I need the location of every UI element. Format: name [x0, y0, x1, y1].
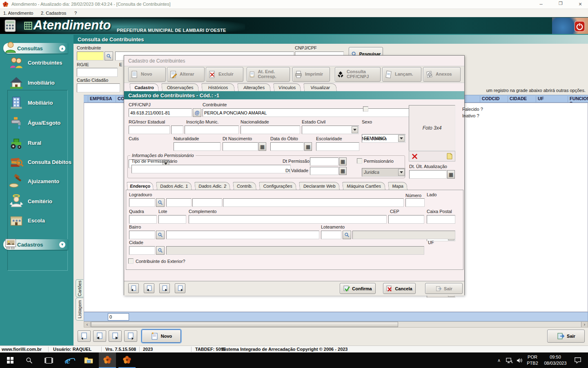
numero-input[interactable] — [405, 198, 425, 207]
fiorilli-app-active-icon[interactable] — [99, 352, 116, 368]
rg-digit-input[interactable] — [171, 126, 183, 134]
dt-nascimento-calendar-icon[interactable]: ▦ — [258, 142, 266, 151]
cidade-name-input[interactable] — [166, 246, 424, 255]
inner-tab-configuracoes[interactable]: Configurações — [259, 182, 296, 190]
scroll-thumb[interactable] — [91, 322, 398, 327]
dlg-nav-prev-button[interactable] — [144, 283, 154, 293]
nav-last-button[interactable] — [124, 330, 137, 342]
horizontal-scrollbar[interactable]: ‹ › — [84, 321, 588, 328]
dt-validade-input[interactable] — [310, 167, 339, 175]
loteamento-search-icon[interactable] — [343, 231, 351, 239]
side-tab-listagem[interactable]: Listagem — [76, 298, 83, 321]
close-button[interactable]: × — [574, 1, 586, 8]
sidebar-section-consultas[interactable]: Consultas ▲ — [3, 43, 68, 54]
cpf-lookup-button[interactable]: @ — [193, 108, 201, 117]
cartao-cidadao-input[interactable] — [77, 83, 120, 92]
lote-input[interactable] — [158, 215, 186, 224]
minimize-button[interactable]: – — [535, 1, 547, 8]
sidebar-item-consulta-debitos[interactable]: Consulta Débitos — [9, 155, 71, 169]
sidebar-item-agua-esgoto[interactable]: Água/Esgoto — [9, 115, 60, 130]
inner-tab-mapa[interactable]: Mapa — [388, 182, 408, 190]
escolaridade-input[interactable] — [316, 142, 359, 151]
grid-col-empresa[interactable]: EMPRESA — [88, 96, 112, 102]
cep-input[interactable] — [388, 215, 424, 224]
logradouro-type-input[interactable] — [166, 198, 192, 207]
contribuinte-search-icon[interactable] — [105, 52, 113, 61]
taskbar-search-icon[interactable] — [20, 352, 38, 368]
data-obito-calendar-icon[interactable]: ▦ — [304, 142, 312, 151]
side-tab-cartoes[interactable]: Cartões — [76, 279, 83, 297]
loteamento-code-input[interactable] — [321, 231, 341, 239]
restore-button[interactable]: ❐ — [555, 1, 567, 8]
grid-col-funcional[interactable]: FUNCIONAI S — [568, 96, 588, 102]
fiorilli-app2-icon[interactable] — [118, 352, 136, 368]
internet-explorer-icon[interactable]: e — [60, 352, 77, 368]
main-sair-button[interactable]: Sair — [547, 330, 585, 343]
grid-col-uf[interactable]: UF — [536, 96, 544, 102]
quadra-input[interactable] — [129, 215, 157, 224]
tray-chevron-up-icon[interactable]: ∧ — [493, 352, 505, 368]
menu-atendimento[interactable]: 1. Atendimento — [3, 11, 33, 16]
falecido-checkbox[interactable] — [363, 106, 368, 112]
toolbar-consulta-cpf-button[interactable]: Consulta CPF/CNPJ — [335, 67, 381, 82]
tab-cadastro[interactable]: Cadastro — [129, 83, 159, 91]
power-button-icon[interactable] — [574, 21, 585, 32]
remove-photo-icon[interactable] — [412, 153, 418, 159]
inner-tab-dados-adic2[interactable]: Dados Adic. 2 — [194, 182, 230, 190]
notification-icon[interactable] — [571, 352, 585, 368]
naturalidade-input[interactable] — [174, 142, 220, 151]
toolbar-alterar-button[interactable]: Alterar — [167, 67, 205, 82]
scroll-left-arrow[interactable]: ‹ — [84, 322, 91, 327]
sidebar-item-imobiliario[interactable]: Imobiliário — [9, 75, 55, 90]
nav-prev-button[interactable] — [93, 330, 106, 342]
confirma-button[interactable]: Confirma — [340, 283, 376, 294]
dt-nascimento-input[interactable] — [223, 142, 258, 151]
novo-button[interactable]: Novo — [142, 330, 181, 343]
clock[interactable]: 09:50 08/03/2023 — [541, 354, 569, 366]
grid-col-cidade[interactable]: CIDADE — [508, 96, 527, 102]
loteamento-name-input[interactable] — [352, 231, 455, 239]
scroll-right-arrow[interactable]: › — [581, 322, 588, 327]
dialog-sair-button[interactable]: Sair — [425, 283, 463, 294]
cidade-search-icon[interactable] — [156, 246, 165, 255]
inner-tab-maquina-cartoes[interactable]: Máquina Cartões — [342, 182, 385, 190]
complemento-input[interactable] — [189, 215, 387, 224]
sidebar-item-mobiliario[interactable]: Mobiliário — [9, 95, 53, 110]
toolbar-novo-button[interactable]: Novo — [128, 67, 166, 82]
sidebar-item-rural[interactable]: Rural — [9, 135, 41, 150]
permissionario-checkbox[interactable] — [357, 158, 362, 164]
cancela-button[interactable]: Cancela — [383, 283, 416, 294]
tab-observacoes[interactable]: Observações — [161, 83, 199, 91]
language-indicator[interactable]: POR PTB2 — [525, 354, 540, 366]
tab-visualizar[interactable]: Visualizar — [303, 83, 337, 91]
logradouro-search-icon[interactable] — [156, 198, 165, 207]
inner-tab-dados-adic1[interactable]: Dados Adic. 1 — [156, 182, 192, 190]
estado-civil-select[interactable] — [302, 126, 359, 134]
data-obito-input[interactable] — [270, 142, 304, 151]
bairro-name-input[interactable] — [166, 231, 319, 239]
menu-cadastros[interactable]: 2. Cadastros — [41, 11, 66, 16]
sidebar-item-cemiterio[interactable]: Cemitério — [9, 194, 52, 209]
dlg-nav-next-button[interactable] — [159, 283, 170, 293]
network-icon[interactable] — [504, 352, 514, 368]
sidebar-section-cadastros[interactable]: Cadastros ▼ — [3, 239, 68, 250]
sidebar-item-escola[interactable]: Escola — [9, 213, 45, 228]
cpf-cnpj-input[interactable] — [129, 108, 192, 117]
cidade-code-input[interactable] — [129, 246, 155, 255]
menu-help[interactable]: ? — [74, 11, 77, 16]
tab-historicos[interactable]: Históricos — [201, 83, 235, 91]
tab-vinculos[interactable]: Vínculos — [273, 83, 301, 91]
dt-permissao-calendar-icon[interactable]: ▦ — [339, 157, 347, 166]
caixa-postal-input[interactable] — [427, 215, 455, 224]
exterior-checkbox[interactable] — [128, 258, 134, 264]
dlg-nav-last-button[interactable] — [175, 283, 185, 293]
dt-atualizacao-calendar-icon[interactable]: ▦ — [447, 170, 455, 179]
tab-alteracoes[interactable]: Alterações — [237, 83, 271, 91]
grid-col-codcid[interactable]: CODCID — [480, 96, 499, 102]
inner-tab-declarante-web[interactable]: Declarante Web — [299, 182, 340, 190]
logradouro-name-input[interactable] — [223, 198, 404, 207]
dt-permissao-input[interactable] — [310, 157, 339, 166]
inner-tab-endereco[interactable]: Endereço — [127, 182, 154, 190]
nacionalidade-input[interactable] — [241, 126, 300, 134]
dlg-contribuinte-input[interactable] — [203, 108, 441, 117]
